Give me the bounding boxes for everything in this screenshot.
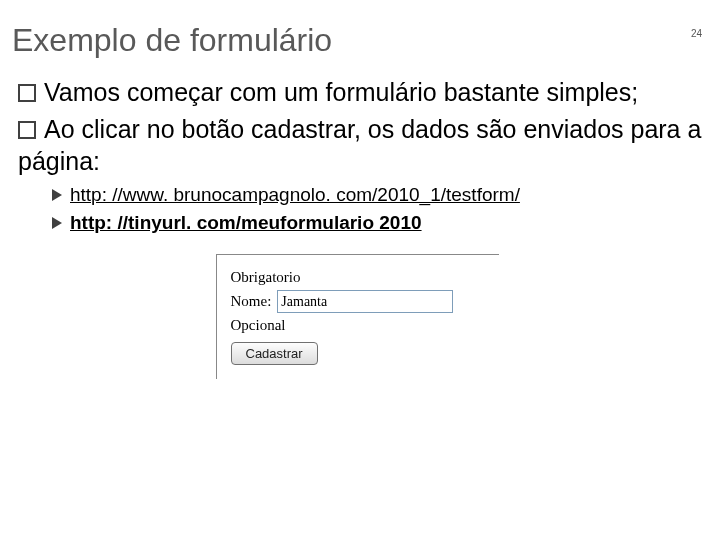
slide: 24 Exemplo de formulário Vamos começar c… bbox=[0, 22, 720, 540]
required-label: Obrigatorio bbox=[231, 269, 301, 286]
bullet-item: Ao clicar no botão cadastrar, os dados s… bbox=[18, 114, 702, 177]
name-label: Nome: bbox=[231, 293, 272, 310]
sub-bullet-item: http: //www. brunocampagnolo. com/2010_1… bbox=[52, 183, 702, 208]
square-bullet-icon bbox=[18, 84, 36, 102]
bullet-list: Vamos começar com um formulário bastante… bbox=[18, 77, 702, 236]
triangle-bullet-icon bbox=[52, 217, 62, 229]
sub-bullet-item: http: //tinyurl. com/meuformulario 2010 bbox=[52, 211, 702, 236]
page-number: 24 bbox=[691, 28, 702, 39]
optional-label: Opcional bbox=[231, 317, 286, 334]
group-label-required: Obrigatorio bbox=[231, 269, 483, 286]
name-row: Nome: bbox=[231, 290, 483, 313]
slide-title: Exemplo de formulário bbox=[12, 22, 702, 59]
bullet-item: Vamos começar com um formulário bastante… bbox=[18, 77, 702, 108]
square-bullet-icon bbox=[18, 121, 36, 139]
name-input[interactable] bbox=[277, 290, 453, 313]
submit-row: Cadastrar bbox=[231, 342, 483, 365]
bullet-text: Ao clicar no botão cadastrar, os dados s… bbox=[18, 115, 701, 174]
submit-button[interactable]: Cadastrar bbox=[231, 342, 318, 365]
form-container: Obrigatorio Nome: Opcional Cadastrar bbox=[12, 254, 702, 379]
triangle-bullet-icon bbox=[52, 189, 62, 201]
example-form: Obrigatorio Nome: Opcional Cadastrar bbox=[216, 254, 499, 379]
link-testform[interactable]: http: //www. brunocampagnolo. com/2010_1… bbox=[70, 184, 520, 205]
bullet-text: Vamos começar com um formulário bastante… bbox=[44, 78, 638, 106]
link-tinyurl[interactable]: http: //tinyurl. com/meuformulario 2010 bbox=[70, 212, 422, 233]
group-label-optional: Opcional bbox=[231, 317, 483, 334]
